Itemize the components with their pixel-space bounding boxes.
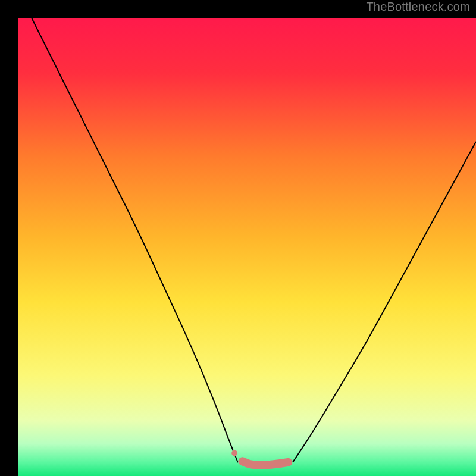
chart-frame bbox=[9, 9, 467, 467]
chart-background bbox=[18, 18, 476, 476]
flat-segment bbox=[242, 461, 288, 465]
watermark-text: TheBottleneck.com bbox=[366, 0, 470, 14]
bottleneck-chart bbox=[18, 18, 476, 476]
flat-segment-dot bbox=[231, 450, 237, 456]
